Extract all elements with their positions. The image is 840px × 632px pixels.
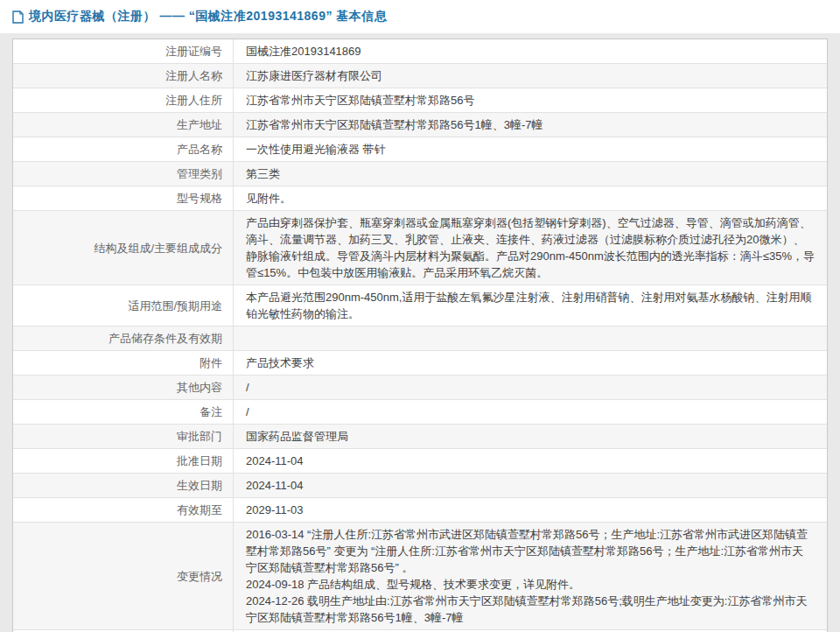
page-header: 境内医疗器械（注册） —— “国械注准20193141869” 基本信息 xyxy=(0,0,840,33)
row-label: 备注 xyxy=(13,400,234,424)
row-value: 第三类 xyxy=(234,162,827,186)
row-label: 产品名称 xyxy=(13,137,234,161)
row-value: 产品技术要求 xyxy=(234,351,827,375)
row-label: 附件 xyxy=(13,351,234,375)
row-label: 管理类别 xyxy=(13,162,234,186)
row-attachment: 附件 产品技术要求 xyxy=(13,351,827,376)
row-value: 2024-11-04 xyxy=(234,474,827,497)
row-label: 注册证编号 xyxy=(13,39,234,63)
row-effective-date: 生效日期 2024-11-04 xyxy=(13,474,827,498)
row-registrant-name: 注册人名称 江苏康进医疗器材有限公司 xyxy=(13,64,827,88)
row-registrant-address: 注册人住所 江苏省常州市天宁区郑陆镇萱墅村常郑路56号 xyxy=(13,88,827,113)
row-label: 其他内容 xyxy=(13,376,234,399)
page-title: 境内医疗器械（注册） —— “国械注准20193141869” 基本信息 xyxy=(29,9,387,25)
row-value: 2029-11-03 xyxy=(234,498,827,522)
row-intended-use: 适用范围/预期用途 本产品避光范围290nm-450nm,适用于盐酸左氧氟沙星注… xyxy=(13,285,827,327)
row-value: 国械注准20193141869 xyxy=(234,39,827,63)
row-structure-composition: 结构及组成/主要组成成分 产品由穿刺器保护套、瓶塞穿刺器或金属瓶塞穿刺器(包括塑… xyxy=(13,211,827,285)
row-label: 审批部门 xyxy=(13,425,234,448)
row-registration-number: 注册证编号 国械注准20193141869 xyxy=(13,39,827,64)
row-approval-department: 审批部门 国家药品监督管理局 xyxy=(13,425,827,449)
row-label: 有效期至 xyxy=(13,498,234,522)
row-management-category: 管理类别 第三类 xyxy=(13,162,827,186)
row-label: 结构及组成/主要组成成分 xyxy=(13,211,234,284)
row-remarks: 备注 / xyxy=(13,400,827,425)
row-label: 适用范围/预期用途 xyxy=(13,285,234,326)
row-value: / xyxy=(234,400,827,424)
row-valid-until: 有效期至 2029-11-03 xyxy=(13,498,827,523)
row-value: 江苏康进医疗器材有限公司 xyxy=(234,64,827,88)
row-label: 生效日期 xyxy=(13,474,234,497)
row-value: 国家药品监督管理局 xyxy=(234,425,827,448)
row-value: 江苏省常州市天宁区郑陆镇萱墅村常郑路56号 xyxy=(234,88,827,112)
row-value xyxy=(234,327,827,350)
row-value: 2016-03-14 “注册人住所:江苏省常州市武进区郑陆镇萱墅村常郑路56号；… xyxy=(234,523,827,629)
row-label: 批准日期 xyxy=(13,449,234,473)
row-value: / xyxy=(234,376,827,399)
row-value: 产品由穿刺器保护套、瓶塞穿刺器或金属瓶塞穿刺器(包括塑钢针穿刺器)、空气过滤器、… xyxy=(234,211,827,284)
row-label: 生产地址 xyxy=(13,113,234,137)
row-label: 产品储存条件及有效期 xyxy=(13,327,234,350)
row-approval-date: 批准日期 2024-11-04 xyxy=(13,449,827,474)
row-product-name: 产品名称 一次性使用避光输液器 带针 xyxy=(13,137,827,162)
row-value: 见附件。 xyxy=(234,186,827,210)
row-label: 注册人住所 xyxy=(13,88,234,112)
page: 境内医疗器械（注册） —— “国械注准20193141869” 基本信息 注册证… xyxy=(0,0,840,632)
row-change-history: 变更情况 2016-03-14 “注册人住所:江苏省常州市武进区郑陆镇萱墅村常郑… xyxy=(13,523,827,630)
row-model-spec: 型号规格 见附件。 xyxy=(13,186,827,211)
row-label: 变更情况 xyxy=(13,523,234,629)
document-icon xyxy=(12,11,24,24)
registration-info-table: 注册证编号 国械注准20193141869 注册人名称 江苏康进医疗器材有限公司… xyxy=(12,39,828,632)
row-value: 本产品避光范围290nm-450nm,适用于盐酸左氧氟沙星注射液、注射用硝普钠、… xyxy=(234,285,827,326)
row-storage-conditions: 产品储存条件及有效期 xyxy=(13,327,827,351)
row-value: 2024-11-04 xyxy=(234,449,827,473)
row-value: 一次性使用避光输液器 带针 xyxy=(234,137,827,161)
row-value: 江苏省常州市天宁区郑陆镇萱墅村常郑路56号1幢、3幢-7幢 xyxy=(234,113,827,137)
row-production-address: 生产地址 江苏省常州市天宁区郑陆镇萱墅村常郑路56号1幢、3幢-7幢 xyxy=(13,113,827,137)
row-other-content: 其他内容 / xyxy=(13,376,827,400)
row-label: 注册人名称 xyxy=(13,64,234,88)
row-label: 型号规格 xyxy=(13,186,234,210)
